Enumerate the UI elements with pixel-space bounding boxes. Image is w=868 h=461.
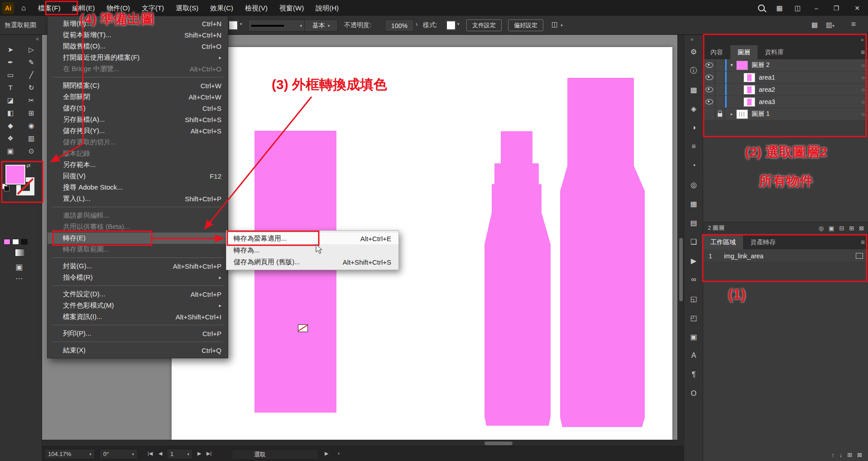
status-chevron-icon[interactable]: ‹ (338, 450, 340, 456)
panel-menu-icon[interactable]: ≡ (861, 235, 865, 249)
file-menu-item[interactable]: 全部關閉Alt+Ctrl+W (48, 91, 228, 103)
appearance-icon[interactable]: ◈ (691, 104, 696, 113)
symbols-icon[interactable]: ◎ (691, 180, 697, 189)
layer-row[interactable]: area3○ (703, 96, 868, 108)
info-icon[interactable]: ⓘ (690, 66, 697, 75)
new-layer-icon[interactable]: ⊞ (849, 225, 854, 232)
gear-icon[interactable]: ⚙ (691, 47, 697, 56)
vertical-scrollbar[interactable] (677, 34, 684, 440)
expand-icon[interactable]: ▸ (728, 112, 735, 116)
tab-layers[interactable]: 圖層 (730, 45, 758, 59)
chevron-down-icon[interactable]: ▾ (300, 24, 302, 28)
swatch-dropdown-icon[interactable]: ▾ (240, 22, 242, 26)
layer-row[interactable]: ▼圖層 2○ (703, 59, 868, 71)
rotate-tool[interactable]: ↻ (24, 83, 38, 92)
visibility-cell[interactable] (703, 96, 715, 108)
canvas-shape-1[interactable] (254, 131, 336, 413)
grid-icon[interactable]: ▦ (811, 21, 818, 29)
symbol-tool[interactable]: ❖ (4, 134, 17, 143)
submenu-item[interactable]: 轉存為螢幕適用...Alt+Ctrl+E (226, 233, 398, 244)
last-artboard-icon[interactable]: ▶| (206, 451, 211, 456)
menubar-item[interactable]: 檢視(V) (239, 0, 273, 16)
graph-tool[interactable]: ▥ (24, 134, 38, 143)
file-menu-item[interactable]: 關閉檔案(C)Ctrl+W (48, 80, 228, 91)
expand-icon[interactable]: ▼ (728, 63, 735, 67)
next-artboard-icon[interactable]: ▶ (197, 451, 201, 456)
file-menu-item[interactable]: 打開最近使用過的檔案(F)▸ (48, 52, 228, 63)
swatches-icon[interactable]: ▤ (690, 218, 697, 227)
line-tool[interactable]: ╱ (24, 71, 38, 79)
opacity-expand-icon[interactable]: › (416, 20, 418, 28)
new-sublayer-icon[interactable]: ⊟ (839, 225, 844, 232)
swap-fill-stroke-icon[interactable]: ⇄ (26, 163, 30, 169)
layer-row[interactable]: area1○ (703, 71, 868, 84)
style-swatch[interactable] (446, 21, 456, 30)
delete-artboard-icon[interactable]: ⊠ (857, 451, 862, 458)
menubar-item[interactable]: 選取(S) (170, 0, 204, 16)
submenu-item[interactable]: 轉存為... (226, 244, 398, 256)
visibility-cell[interactable] (703, 84, 715, 95)
menubar-item[interactable]: 說明(H) (310, 0, 345, 16)
file-menu-item[interactable]: 文件設定(D)...Alt+Ctrl+P (48, 289, 228, 300)
search-icon[interactable] (758, 5, 765, 11)
eraser-tool[interactable]: ◪ (4, 96, 17, 105)
menubar-item[interactable]: 編輯(E) (66, 0, 101, 16)
mini-black-swatch[interactable] (21, 239, 28, 245)
menubar-item[interactable]: 物件(O) (101, 0, 136, 16)
hscroll-thumb[interactable] (484, 442, 513, 445)
lock-cell[interactable] (715, 59, 725, 71)
document-setup-button[interactable]: 文件設定 (466, 19, 502, 31)
eyedropper-tool[interactable]: ◆ (4, 121, 17, 130)
transparency-icon[interactable]: ◔ (691, 161, 696, 170)
collapse-panel-icon[interactable]: « (861, 37, 864, 43)
mini-white-swatch[interactable] (12, 239, 19, 245)
file-menu-item[interactable]: 列印(P)...Ctrl+P (48, 328, 228, 339)
file-menu-item[interactable]: 轉存選取範圍... (48, 244, 228, 255)
menubar-item[interactable]: 視窗(W) (273, 0, 310, 16)
workspace-switcher-icon[interactable]: ◫▾ (551, 20, 563, 29)
tab-artboards[interactable]: 工作區域 (703, 235, 743, 249)
pen-tool[interactable]: ✒ (4, 58, 17, 67)
minimize-button[interactable]: – (813, 5, 820, 12)
file-menu-item[interactable]: 共用以供審核 (Beta)... (48, 221, 228, 233)
delete-layer-icon[interactable]: ⊠ (859, 225, 864, 232)
chevron-down-icon[interactable]: ▾ (89, 452, 91, 456)
file-menu-item[interactable]: 結束(X)Ctrl+Q (48, 345, 228, 356)
menubar-item[interactable]: 文字(T) (136, 0, 170, 16)
menubar-item[interactable]: 檔案(F) (32, 0, 66, 16)
status-expand-icon[interactable]: ▶ (325, 451, 328, 456)
lock-cell[interactable] (715, 71, 725, 83)
chevron-down-icon[interactable]: ▾ (132, 452, 134, 456)
layer-row[interactable]: area2○ (703, 84, 868, 96)
new-artboard-icon[interactable]: ⊞ (847, 451, 852, 458)
home-icon[interactable]: ⌂ (21, 4, 26, 13)
asset-export-icon[interactable]: ◰ (690, 313, 697, 322)
restore-button[interactable]: ❐ (832, 5, 841, 12)
file-menu-item[interactable]: 儲存選取的切片... (48, 137, 228, 148)
file-menu-item[interactable]: 文件色彩模式(M)▸ (48, 300, 228, 311)
arrange-docs-icon[interactable]: ◫ (795, 4, 801, 12)
fill-color-swatch[interactable] (5, 165, 25, 185)
artboards-icon[interactable]: ▣ (690, 332, 697, 341)
export-icon[interactable]: ◱ (690, 294, 697, 303)
lock-cell[interactable] (715, 96, 725, 108)
none-mode-icon[interactable] (298, 324, 308, 332)
canvas-shape-3[interactable] (560, 78, 645, 427)
vscroll-thumb[interactable] (679, 238, 683, 301)
visibility-cell[interactable] (703, 59, 715, 71)
stroke-width-widget[interactable]: ▾ (248, 19, 305, 32)
type-tool[interactable]: T (4, 83, 17, 92)
brush-definition-dropdown[interactable]: 基本▾ (304, 19, 338, 32)
gradient-tool[interactable]: ◧ (4, 109, 17, 117)
expand-panels-icon[interactable]: » (691, 36, 694, 43)
tab-content[interactable]: 內容 (703, 45, 730, 59)
first-artboard-icon[interactable]: |◀ (148, 451, 153, 456)
file-menu-item[interactable]: 從範本新增(T)...Shift+Ctrl+N (48, 29, 228, 41)
direct-selection-tool[interactable]: ▷ (24, 45, 38, 54)
submenu-item[interactable]: 儲存為網頁用 (舊版)...Alt+Shift+Ctrl+S (226, 256, 398, 268)
panel-menu-icon[interactable]: ≡ (861, 45, 865, 59)
links-icon[interactable]: ∞ (691, 275, 696, 284)
canvas-shape-2[interactable] (484, 131, 551, 426)
actions-icon[interactable]: ▶ (691, 256, 696, 265)
tab-asset-export[interactable]: 資產轉存 (743, 235, 783, 249)
